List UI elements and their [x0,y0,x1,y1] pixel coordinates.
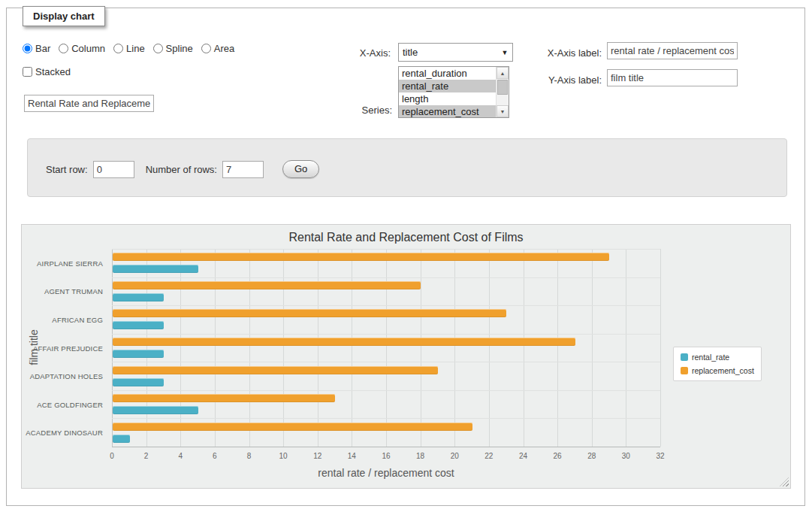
gridline [283,249,284,447]
panel-legend: Display chart [23,6,105,26]
x-tick-label: 30 [622,452,630,460]
legend-label-rental-rate: rental_rate [692,353,729,362]
go-button[interactable]: Go [282,160,319,178]
bar-replacement_cost [113,366,438,374]
series-option-replacement-cost[interactable]: replacement_cost [399,105,496,117]
x-axis-caption: X-Axis: [329,47,391,59]
gridline [352,249,352,447]
bar-replacement_cost [113,338,575,346]
legend-item-rental-rate[interactable]: rental_rate [681,353,754,362]
chart-type-label-spline: Spline [166,43,193,54]
row-gridline [112,249,660,250]
x-axis-selected-value: title [399,47,497,58]
scroll-down-icon[interactable]: ▼ [497,105,509,117]
chart-type-radio-line[interactable] [113,44,123,53]
start-row-input[interactable] [93,161,134,178]
gridline [146,249,147,447]
gridline [249,249,250,447]
x-tick-label: 18 [416,452,424,460]
x-axis-label-caption: X-Axis label: [528,47,602,59]
stacked-row: Stacked [23,66,71,77]
gridline [557,249,558,447]
y-axis-label-caption: Y-Axis label: [528,74,602,86]
category-axis-labels: AIRPLANE SIERRAAGENT TRUMANAFRICAN EGGAF… [22,249,107,447]
category-label: AGENT TRUMAN [44,287,103,295]
x-tick-label: 24 [519,452,527,460]
dropdown-arrow-icon: ▼ [497,49,512,56]
bar-replacement_cost [113,423,472,431]
number-of-rows-input[interactable] [222,161,264,178]
chart-type-label-line: Line [126,43,145,54]
row-gridline [112,362,660,362]
chart-type-label-area: Area [214,43,234,54]
x-tick-label: 20 [451,452,459,460]
stacked-option[interactable]: Stacked [23,66,71,77]
bar-replacement_cost [113,281,421,289]
chart-type-radio-column[interactable] [59,44,68,53]
x-tick-label: 8 [247,452,252,460]
chart-container: Rental Rate and Replacement Cost of Film… [21,224,791,489]
bar-rental_rate [113,321,164,329]
x-axis-label-input[interactable] [607,42,738,59]
gridline [215,249,216,447]
chart-type-option-area[interactable]: Area [201,43,234,54]
resize-handle[interactable] [780,477,789,486]
category-label: ACADEMY DINOSAUR [26,429,103,437]
bar-rental_rate [113,265,198,273]
y-axis-label-input[interactable] [607,69,738,86]
row-gridline [112,418,660,419]
scroll-up-icon[interactable]: ▲ [497,67,509,79]
bar-rental_rate [113,350,164,358]
x-tick-label: 32 [656,452,664,460]
series-option-rental-rate[interactable]: rental_rate [399,80,496,92]
legend-swatch-rental-rate [681,353,688,361]
chart-type-option-spline[interactable]: Spline [153,43,193,54]
scrollbar-track[interactable] [497,79,509,105]
series-listbox: rental_duration rental_rate length repla… [398,66,509,118]
chart-type-radio-area[interactable] [201,44,211,53]
gridline [489,249,490,447]
series-option-rental-duration[interactable]: rental_duration [399,67,496,80]
x-tick-label: 10 [279,452,288,460]
stacked-checkbox[interactable] [23,67,32,77]
bar-replacement_cost [113,253,609,261]
row-gridline [112,305,660,306]
gridline [386,249,387,447]
x-axis-select[interactable]: title ▼ [398,43,513,62]
category-label: AFRICAN EGG [52,315,103,323]
scrollbar-thumb[interactable] [497,80,508,95]
category-label: AFFAIR PREJUDICE [33,344,103,352]
category-label: ACE GOLDFINGER [37,400,103,408]
row-gridline [112,334,660,335]
gridline [524,249,524,447]
bar-replacement_cost [113,309,506,317]
series-option-length[interactable]: length [399,92,496,105]
rows-controls: Start row: Number of rows: Go [46,160,319,178]
x-tick-label: 12 [313,452,321,460]
bar-rental_rate [113,406,198,414]
chart-type-radio-spline[interactable] [153,44,163,53]
bar-rental_rate [113,378,164,386]
gridline [318,249,318,447]
chart-type-option-column[interactable]: Column [59,43,105,54]
number-of-rows-caption: Number of rows: [146,164,217,175]
start-row-caption: Start row: [46,164,88,175]
bar-rental_rate [113,435,130,443]
plot-area [112,249,660,447]
chart-type-option-bar[interactable]: Bar [23,43,50,54]
legend-swatch-replacement-cost [681,367,688,374]
row-gridline [112,277,660,278]
chart-title-input[interactable] [24,95,154,112]
gridline [180,249,181,447]
legend-item-replacement-cost[interactable]: replacement_cost [681,366,754,375]
gridline [421,249,421,447]
series-scrollbar[interactable]: ▲ ▼ [496,67,509,117]
gridline [454,249,455,447]
x-tick-label: 0 [110,452,114,460]
chart-type-radio-bar[interactable] [23,44,32,53]
chart-type-option-line[interactable]: Line [113,43,145,54]
x-tick-label: 26 [554,452,562,460]
gridline [592,249,593,447]
chart-x-axis-title: rental rate / replacement cost [112,467,660,479]
bar-replacement_cost [113,394,335,402]
